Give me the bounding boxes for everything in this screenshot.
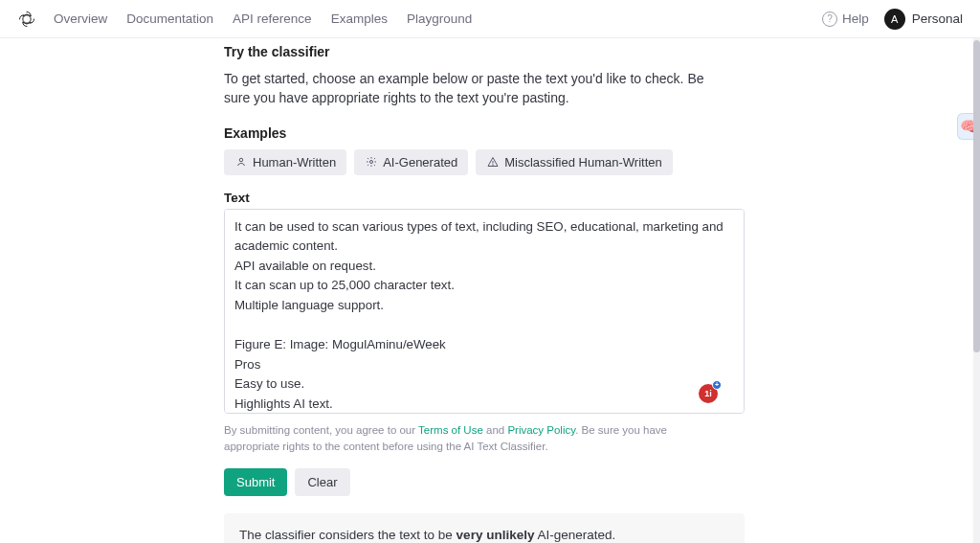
text-heading: Text	[224, 191, 718, 205]
account-menu[interactable]: A Personal	[884, 9, 963, 30]
svg-point-1	[239, 158, 243, 162]
badge-text: 1i	[704, 389, 712, 398]
nav-api-reference[interactable]: API reference	[233, 11, 312, 26]
nav-documentation[interactable]: Documentation	[126, 11, 213, 26]
nav-playground[interactable]: Playground	[407, 11, 472, 26]
svg-point-2	[369, 161, 372, 164]
page-scrollbar-thumb[interactable]	[973, 40, 980, 352]
examples-heading: Examples	[224, 125, 718, 141]
svg-point-0	[23, 14, 31, 22]
clear-button[interactable]: Clear	[295, 468, 349, 496]
nav-overview[interactable]: Overview	[54, 11, 107, 26]
warning-icon	[486, 156, 499, 169]
classifier-textarea[interactable]	[224, 209, 745, 414]
help-icon: ?	[822, 11, 837, 27]
plus-icon: +	[712, 380, 722, 390]
chip-human-written[interactable]: Human-Written	[224, 149, 346, 175]
terms-link[interactable]: Terms of Use	[418, 424, 483, 436]
privacy-link[interactable]: Privacy Policy	[507, 424, 575, 436]
chip-label: Misclassified Human-Written	[504, 155, 661, 170]
chip-misclassified[interactable]: Misclassified Human-Written	[476, 149, 672, 175]
result-verdict: very unlikely	[457, 528, 535, 542]
disclaimer-text: By submitting content, you agree to our …	[224, 422, 718, 456]
help-link[interactable]: ? Help	[822, 11, 869, 27]
svg-point-4	[492, 165, 493, 166]
gear-icon	[365, 156, 377, 169]
avatar: A	[884, 9, 905, 30]
chip-ai-generated[interactable]: AI-Generated	[354, 149, 468, 175]
submit-button[interactable]: Submit	[224, 468, 287, 496]
chip-label: Human-Written	[253, 155, 336, 170]
person-icon	[234, 156, 247, 169]
account-label: Personal	[912, 11, 963, 26]
extension-badge[interactable]: 1i +	[699, 384, 718, 403]
section-subtitle: To get started, choose an example below …	[224, 69, 718, 108]
result-panel: The classifier considers the text to be …	[224, 513, 745, 543]
section-title: Try the classifier	[224, 44, 718, 59]
chip-label: AI-Generated	[383, 155, 457, 170]
nav-examples[interactable]: Examples	[331, 11, 388, 26]
help-label: Help	[842, 11, 869, 26]
openai-logo[interactable]	[17, 10, 36, 29]
